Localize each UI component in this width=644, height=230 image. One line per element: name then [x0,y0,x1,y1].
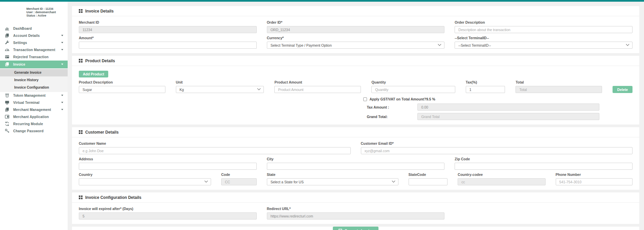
phone-number-input[interactable] [556,178,632,185]
country-codee-label: Country-codee [458,172,545,177]
sidebar-item-change-password[interactable]: Change Password [0,128,68,135]
sidebar-item-merchant-management[interactable]: Merchant Management [0,106,68,113]
sidebar-item-label: Recurring Module [13,122,43,126]
sidebar-item-generate-invoice[interactable]: Generate Invoice [0,69,68,76]
state-label: State [267,172,398,177]
sidebar-item-label: Rejected Transaction [13,55,49,59]
currency-label: Currency* [267,36,445,40]
copy-icon [4,62,9,67]
phone-number-label: Phone Number [556,172,632,177]
product-description-input[interactable] [79,86,165,93]
order-description-label: Order Description [455,20,632,24]
sidebar-item-account-details[interactable]: Account Details [0,32,68,39]
chevron-down-icon [61,42,63,43]
zip-code-label: Zip Code [455,157,632,161]
sidebar-item-transaction-management[interactable]: Transaction Management [0,46,68,53]
customer-details-header: Customer Details [72,127,639,137]
invoice-configuration-section: Invoice Configuration Details Invoice wi… [72,192,639,224]
sidebar-item-invoice-history[interactable]: Invoice History [0,76,68,84]
customer-name-input[interactable] [79,147,351,154]
grid-icon [79,196,83,199]
merchant-user-text: User : demomerchant [26,10,65,14]
unit-select[interactable]: Kg [176,86,264,93]
sidebar-item-label: Token Management [13,94,46,97]
country-select[interactable] [79,178,211,185]
sidebar-item-label: Invoice [13,63,25,66]
sidebar-item-invoice-configuration[interactable]: Invoice Configuration [0,84,68,91]
grid-icon [79,59,83,63]
chevron-down-icon [61,49,63,50]
sidebar-item-virtual-terminal[interactable]: Virtual Terminal [0,99,68,106]
currency-select-value: Select Terminal Type / Payment Option [271,43,332,47]
sidebar-nav: DashBoard Account Details Settings [0,25,68,135]
chevron-down-icon [61,35,63,36]
section-title: Invoice Configuration Details [85,195,141,200]
refresh-icon [4,121,9,127]
product-details-header: Product Details [72,56,639,66]
state-code-input[interactable] [409,178,448,185]
terminal-id-select[interactable]: --Select TerminalID-- [455,42,632,49]
quantity-label: Quantity [371,80,455,84]
wrench-icon [4,40,9,45]
chevron-down-icon [204,179,208,183]
code-label: Code [221,172,257,177]
add-product-button[interactable]: Add Product [79,71,108,77]
gst-checkbox[interactable] [363,97,367,101]
state-code-label: StateCode [409,172,448,177]
generate-invoice-label: Generate Invoice [345,229,373,230]
total-input [515,86,602,93]
merchant-status-text: Status : Active [26,14,65,17]
chevron-down-icon [392,179,395,183]
unit-select-value: Kg [180,88,184,92]
tax-amount-label: Tax Amount : [363,105,414,109]
sidebar-item-settings[interactable]: Settings [0,39,68,46]
product-amount-label: Product Amount [274,80,361,84]
sidebar-item-label: Merchant Application [13,115,49,119]
tax-percent-input[interactable] [466,86,505,93]
monitor-icon [4,100,9,105]
country-codee-input [458,178,545,185]
city-input[interactable] [267,163,445,170]
sidebar-item-dashboard[interactable]: DashBoard [0,25,68,32]
invoice-details-header: Invoice Details [72,6,639,16]
city-label: City [267,157,445,161]
sidebar-item-merchant-application[interactable]: Merchant Application [0,113,68,120]
sidebar-item-invoice[interactable]: Invoice [0,61,68,68]
state-select[interactable]: Select a State for US [267,178,398,185]
merchant-id-input [79,26,257,33]
gst-checkbox-label: Apply GST/VAT on Total Amount?9.5 % [369,97,435,101]
grid-icon [79,9,83,13]
merchant-id-label: Merchant ID [79,20,257,24]
sidebar-item-recurring-module[interactable]: Recurring Module [0,120,68,128]
chevron-down-icon [61,95,63,96]
currency-select[interactable]: Select Terminal Type / Payment Option [267,42,445,49]
code-input [221,178,257,185]
quantity-input[interactable] [371,86,455,93]
order-description-input[interactable] [455,26,632,33]
amount-input[interactable] [79,42,257,49]
delete-product-button[interactable]: Delete [613,86,632,93]
invoice-details-section: Invoice Details Merchant ID Order ID* Or… [72,6,639,53]
address-input[interactable] [79,163,257,170]
generate-invoice-button[interactable]: Generate Invoice [333,227,379,230]
product-row: Product Description Unit Kg Product Amou… [79,77,632,93]
product-details-section: Product Details Add Product Product Desc… [72,56,639,124]
product-amount-input[interactable] [274,86,361,93]
merchant-info: Merchant ID : 11234 User : demomerchant … [0,2,68,20]
chevron-down-icon [438,43,441,46]
terminal-id-label: --Select TerminalID-- [455,36,632,40]
product-description-label: Product Description [79,80,165,84]
invoice-configuration-header: Invoice Configuration Details [72,192,639,203]
speedometer-icon [4,47,9,52]
sidebar: Merchant ID : 11234 User : demomerchant … [0,2,68,230]
state-select-value: Select a State for US [271,180,304,184]
customer-email-input[interactable] [361,147,633,154]
chevron-down-icon [61,102,63,103]
zip-code-input[interactable] [455,163,632,170]
main-content: Invoice Details Merchant ID Order ID* Or… [68,2,644,230]
expire-days-label: Invoice will expired after* (Days) [79,207,257,211]
unit-label: Unit [176,80,264,84]
chevron-down-icon [61,64,63,65]
sidebar-item-token-management[interactable]: Token Management [0,92,68,99]
sidebar-item-rejected-transaction[interactable]: Rejected Transaction [0,53,68,61]
